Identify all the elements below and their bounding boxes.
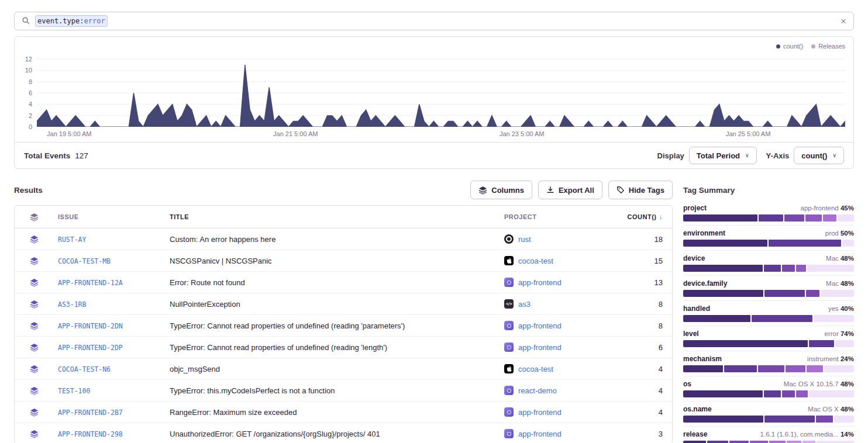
- x-axis-tick-label: Jan 25 5:00 AM: [726, 130, 770, 137]
- tag-name: os: [683, 380, 691, 388]
- tag-bar-segment[interactable]: [809, 390, 854, 397]
- tag-bar-segment[interactable]: [769, 240, 841, 247]
- tag-bar-segment[interactable]: [838, 214, 854, 222]
- tag-bar-segment[interactable]: [787, 441, 801, 443]
- tag-bar-segment[interactable]: [796, 390, 808, 397]
- tag-bar-segment[interactable]: [683, 290, 763, 297]
- tag-bar-segment[interactable]: [683, 214, 757, 222]
- tag-bar-segment[interactable]: [807, 265, 854, 272]
- tag-name: release: [683, 430, 707, 438]
- tag-bar-segment[interactable]: [823, 214, 836, 222]
- tag-bar-segment[interactable]: [683, 416, 763, 423]
- tag-bar-segment[interactable]: [724, 365, 757, 372]
- issue-link[interactable]: APP-FRONTEND-2DN: [58, 322, 123, 330]
- events-area-chart[interactable]: [37, 57, 845, 127]
- tag-bar-segment[interactable]: [759, 214, 783, 222]
- tag-bar-segment[interactable]: [782, 390, 795, 397]
- project-link[interactable]: app-frontend: [518, 321, 562, 330]
- tag-bar-segment[interactable]: [806, 290, 819, 297]
- project-link[interactable]: app-frontend: [518, 343, 562, 352]
- tag-top-value: instrument 24%: [807, 355, 854, 363]
- search-bar[interactable]: event.type:error ×: [14, 12, 854, 30]
- issue-link[interactable]: RUST-AY: [58, 236, 86, 244]
- header-title[interactable]: TITLE: [165, 213, 500, 220]
- tag-bar-segment[interactable]: [809, 340, 834, 347]
- tag-bar-segment[interactable]: [814, 315, 854, 322]
- columns-button[interactable]: Columns: [470, 181, 532, 199]
- total-events-value: 127: [75, 151, 88, 160]
- export-all-button[interactable]: Export All: [538, 181, 602, 199]
- legend-item[interactable]: Releases: [811, 43, 845, 50]
- project-link[interactable]: react-demo: [518, 386, 557, 395]
- chart-legend: count()Releases: [776, 43, 845, 50]
- header-count[interactable]: COUNT()↓: [617, 213, 672, 221]
- event-count: 8: [617, 321, 672, 330]
- header-project[interactable]: PROJECT: [500, 213, 617, 220]
- tag-bar-segment[interactable]: [784, 214, 804, 222]
- tag-bar-segment[interactable]: [807, 365, 823, 372]
- tag-bar-segment[interactable]: [817, 441, 854, 443]
- tag-bar-segment[interactable]: [821, 290, 854, 297]
- tag-bar-segment[interactable]: [683, 340, 808, 347]
- issue-link[interactable]: APP-FRONTEND-2DP: [58, 344, 123, 352]
- project-link[interactable]: as3: [518, 300, 531, 309]
- tag-bar-segment[interactable]: [683, 240, 767, 247]
- tag-bar-segment[interactable]: [786, 365, 805, 372]
- issue-link[interactable]: COCOA-TEST-MB: [58, 257, 111, 265]
- issue-stack-icon: [15, 343, 53, 352]
- project-link[interactable]: app-frontend: [518, 278, 562, 287]
- tag-bar-segment[interactable]: [782, 265, 795, 272]
- tag-bar-segment[interactable]: [764, 390, 780, 397]
- project-cell: cocoa-test: [500, 364, 617, 373]
- tag-bar-segment[interactable]: [683, 315, 750, 322]
- issue-link[interactable]: APP-FRONTEND-2B7: [58, 409, 123, 417]
- project-link[interactable]: app-frontend: [518, 408, 562, 417]
- project-link[interactable]: cocoa-test: [518, 257, 553, 265]
- project-link[interactable]: cocoa-test: [518, 365, 553, 373]
- project-link[interactable]: rust: [518, 235, 531, 244]
- issue-link[interactable]: APP-FRONTEND-298: [58, 430, 123, 438]
- tag-bar-segment[interactable]: [707, 441, 728, 443]
- tag-bar-segment[interactable]: [834, 416, 854, 423]
- issue-link[interactable]: AS3-1RB: [58, 300, 86, 309]
- hide-tags-button[interactable]: Hide Tags: [608, 181, 673, 199]
- y-axis-select[interactable]: count() ∨: [794, 147, 844, 164]
- tag-bar-segment[interactable]: [824, 365, 854, 372]
- issue-link[interactable]: TEST-100: [58, 387, 90, 395]
- tag-top-value: 1.6.1 (1.6.1), com.media... 14%: [760, 430, 854, 438]
- search-clear-icon[interactable]: ×: [841, 16, 846, 26]
- tag-bar-segment[interactable]: [683, 390, 763, 397]
- tag-bar-segment[interactable]: [835, 340, 854, 347]
- x-axis-tick-label: Jan 19 5:00 AM: [47, 130, 91, 137]
- tag-bar-segment[interactable]: [758, 365, 784, 372]
- display-select[interactable]: Total Period ∨: [689, 147, 757, 164]
- tag-bar-segment[interactable]: [769, 441, 786, 443]
- tag-entry: release1.6.1 (1.6.1), com.media... 14%: [683, 426, 854, 443]
- legend-item[interactable]: count(): [776, 43, 803, 50]
- tag-bar-segment[interactable]: [842, 240, 854, 247]
- results-actions: ColumnsExport AllHide Tags: [470, 181, 673, 199]
- issue-link[interactable]: COCOA-TEST-N6: [58, 365, 111, 373]
- tag-bar-segment[interactable]: [750, 441, 768, 443]
- tag-bar-segment[interactable]: [796, 265, 806, 272]
- tag-bar-segment[interactable]: [752, 315, 812, 322]
- tag-bar-segment[interactable]: [802, 441, 815, 443]
- events-chart-panel: count()Releases 024681012 Jan 19 5:00 AM…: [14, 36, 854, 169]
- tag-bar-segment[interactable]: [729, 441, 749, 443]
- tag-bar-segment[interactable]: [805, 214, 822, 222]
- project-link[interactable]: app-frontend: [518, 430, 562, 438]
- search-filter-token[interactable]: event.type:error: [35, 15, 108, 27]
- tag-bar-segment[interactable]: [683, 441, 706, 443]
- issue-link[interactable]: APP-FRONTEND-12A: [58, 279, 123, 287]
- tag-bar-segment[interactable]: [764, 290, 805, 297]
- event-count: 15: [617, 257, 672, 265]
- tag-bar-segment[interactable]: [683, 265, 763, 272]
- header-issue[interactable]: ISSUE: [53, 213, 165, 220]
- tag-bar-segment[interactable]: [764, 265, 780, 272]
- y-axis-select-value: count(): [801, 151, 827, 160]
- tag-bar-segment[interactable]: [816, 416, 833, 423]
- tag-bar-segment[interactable]: [683, 365, 723, 372]
- tag-bar-segment[interactable]: [764, 416, 815, 423]
- tag-distribution-bar: [683, 365, 854, 372]
- chart-plot[interactable]: [37, 57, 845, 127]
